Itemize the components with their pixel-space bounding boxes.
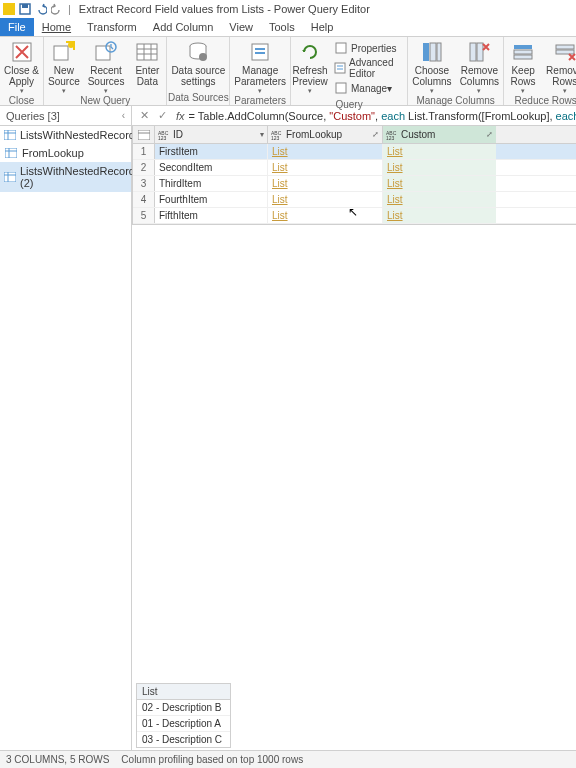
tab-file[interactable]: File: [0, 18, 34, 36]
type-any-icon: ABC123: [386, 129, 398, 141]
grid-row[interactable]: 4 FourthItem List List: [133, 192, 576, 208]
cell-list-link[interactable]: List: [268, 176, 383, 191]
grid-row[interactable]: 3 ThirdItem List List: [133, 176, 576, 192]
row-number: 3: [133, 176, 155, 191]
commit-formula-icon[interactable]: ✓: [154, 108, 170, 124]
table-icon: [4, 171, 16, 183]
grid-header: ABC123ID▾ ABC123FromLookup⤢ ABC123Custom…: [133, 126, 576, 144]
svg-rect-31: [556, 45, 574, 49]
tab-add-column[interactable]: Add Column: [145, 18, 222, 36]
manage-parameters-button[interactable]: Manage Parameters▾: [230, 37, 290, 95]
cell-list-link[interactable]: List: [383, 208, 496, 223]
table-options-button[interactable]: [133, 126, 155, 143]
remove-rows-icon: [553, 40, 576, 64]
undo-icon[interactable]: [34, 2, 48, 16]
table-icon: [4, 129, 16, 141]
cell-list-link[interactable]: List: [268, 208, 383, 223]
cell-id[interactable]: SecondItem: [155, 160, 268, 175]
status-bar: 3 COLUMNS, 5 ROWS Column profiling based…: [0, 750, 576, 768]
queries-header[interactable]: Queries [3] ‹: [0, 106, 131, 126]
advanced-editor-icon: [334, 61, 346, 75]
new-source-button[interactable]: New Source▾: [44, 37, 84, 95]
window-title: Extract Record Field values from Lists -…: [79, 3, 370, 15]
tab-help[interactable]: Help: [303, 18, 342, 36]
cell-id[interactable]: FirstItem: [155, 144, 268, 159]
cell-list-link[interactable]: List: [383, 144, 496, 159]
preview-row[interactable]: 02 - Description B: [137, 700, 230, 716]
query-item-3[interactable]: ListsWithNestedRecords (2): [0, 162, 131, 192]
status-profiling: Column profiling based on top 1000 rows: [121, 754, 303, 765]
column-header-custom[interactable]: ABC123Custom⤢: [383, 126, 496, 143]
cell-list-link[interactable]: List: [268, 144, 383, 159]
remove-columns-button[interactable]: Remove Columns▾: [456, 37, 503, 95]
svg-rect-30: [514, 55, 532, 59]
svg-rect-16: [255, 48, 265, 50]
expand-icon[interactable]: ⤢: [486, 130, 493, 139]
cell-id[interactable]: ThirdItem: [155, 176, 268, 191]
svg-rect-26: [470, 43, 476, 61]
grid-row[interactable]: 2 SecondItem List List: [133, 160, 576, 176]
svg-rect-19: [335, 63, 345, 73]
svg-rect-2: [22, 4, 28, 8]
tab-home[interactable]: Home: [34, 18, 79, 36]
recent-sources-button[interactable]: Recent Sources▾: [84, 37, 129, 95]
cell-list-link[interactable]: List: [383, 192, 496, 207]
column-header-fromlookup[interactable]: ABC123FromLookup⤢: [268, 126, 383, 143]
tab-transform[interactable]: Transform: [79, 18, 145, 36]
enter-data-button[interactable]: Enter Data: [128, 37, 166, 95]
svg-rect-17: [255, 52, 265, 54]
svg-text:123: 123: [386, 135, 395, 141]
remove-columns-icon: [467, 40, 491, 64]
save-icon[interactable]: [18, 2, 32, 16]
column-header-id[interactable]: ABC123ID▾: [155, 126, 268, 143]
remove-rows-button[interactable]: Remove Rows▾: [542, 37, 576, 95]
svg-rect-18: [336, 43, 346, 53]
svg-rect-38: [5, 148, 17, 158]
cell-list-link[interactable]: List: [268, 192, 383, 207]
svg-point-14: [199, 53, 207, 61]
filter-icon[interactable]: ▾: [260, 130, 264, 139]
expand-icon[interactable]: ⤢: [372, 130, 379, 139]
ribbon-group-datasources: Data Sources: [167, 92, 229, 105]
advanced-editor-button[interactable]: Advanced Editor: [334, 56, 402, 80]
tab-view[interactable]: View: [221, 18, 261, 36]
row-number: 5: [133, 208, 155, 223]
formula-bar[interactable]: ✕ ✓ fx = Table.AddColumn(Source, "Custom…: [132, 106, 576, 126]
cell-id[interactable]: FifthItem: [155, 208, 268, 223]
cell-list-link[interactable]: List: [383, 160, 496, 175]
svg-rect-44: [138, 130, 150, 140]
svg-rect-22: [336, 83, 346, 93]
formula-text[interactable]: = Table.AddColumn(Source, "Custom", each…: [189, 110, 576, 122]
svg-text:123: 123: [158, 135, 167, 141]
fx-icon: fx: [176, 110, 185, 122]
cell-id[interactable]: FourthItem: [155, 192, 268, 207]
refresh-preview-button[interactable]: Refresh Preview▾: [291, 37, 329, 99]
cell-list-link[interactable]: List: [383, 176, 496, 191]
query-item-2[interactable]: FromLookup: [0, 144, 131, 162]
cancel-formula-icon[interactable]: ✕: [136, 108, 152, 124]
tab-tools[interactable]: Tools: [261, 18, 303, 36]
svg-rect-27: [477, 43, 483, 61]
ribbon-tabs: File Home Transform Add Column View Tool…: [0, 18, 576, 36]
redo-icon[interactable]: [50, 2, 64, 16]
grid-row[interactable]: 1 FirstItem List List: [133, 144, 576, 160]
keep-rows-button[interactable]: Keep Rows▾: [504, 37, 542, 95]
query-item-1[interactable]: ListsWithNestedRecords: [0, 126, 131, 144]
status-columns-rows: 3 COLUMNS, 5 ROWS: [6, 754, 109, 765]
collapse-queries-icon[interactable]: ‹: [122, 110, 125, 121]
grid-row[interactable]: 5 FifthItem List List: [133, 208, 576, 224]
cell-list-link[interactable]: List: [268, 160, 383, 175]
preview-row[interactable]: 01 - Description A: [137, 716, 230, 732]
manage-query-button[interactable]: Manage ▾: [334, 80, 402, 96]
preview-header: List: [137, 684, 230, 700]
data-grid[interactable]: ABC123ID▾ ABC123FromLookup⤢ ABC123Custom…: [132, 126, 576, 225]
properties-button[interactable]: Properties: [334, 40, 402, 56]
data-source-settings-button[interactable]: Data source settings: [167, 37, 229, 92]
preview-row[interactable]: 03 - Description C: [137, 732, 230, 747]
svg-rect-41: [4, 172, 16, 182]
type-any-icon: ABC123: [158, 129, 170, 141]
title-bar: | Extract Record Field values from Lists…: [0, 0, 576, 18]
new-source-icon: [52, 40, 76, 64]
close-apply-button[interactable]: Close & Apply▾: [0, 37, 43, 95]
choose-columns-button[interactable]: Choose Columns▾: [408, 37, 455, 95]
